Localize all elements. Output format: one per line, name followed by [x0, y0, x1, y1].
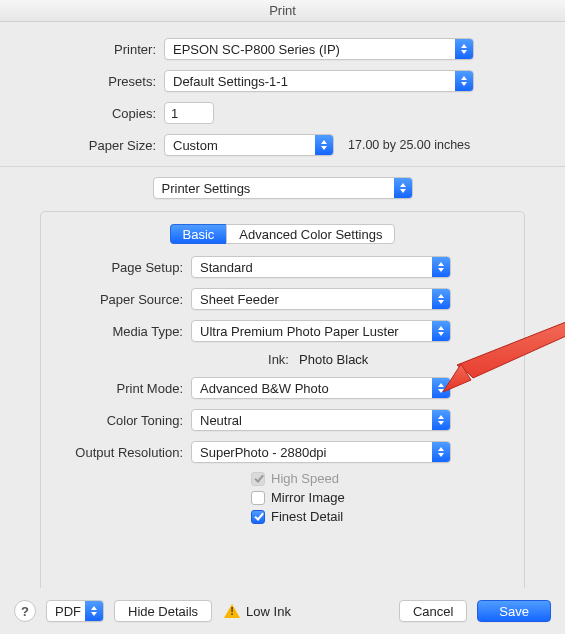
- paper-size-value: Custom: [165, 138, 315, 153]
- page-setup-value: Standard: [192, 260, 432, 275]
- dialog-footer: ? PDF Hide Details Low Ink Cancel Save: [0, 588, 565, 634]
- presets-select[interactable]: Default Settings-1-1: [164, 70, 474, 92]
- paper-size-hint: 17.00 by 25.00 inches: [348, 138, 470, 152]
- updown-icon: [315, 135, 333, 155]
- ink-label: Ink:: [245, 352, 299, 367]
- print-mode-label: Print Mode:: [51, 381, 191, 396]
- print-mode-value: Advanced B&W Photo: [192, 381, 432, 396]
- paper-size-select[interactable]: Custom: [164, 134, 334, 156]
- cancel-label: Cancel: [413, 604, 453, 619]
- high-speed-checkbox: [251, 472, 265, 486]
- media-type-label: Media Type:: [51, 324, 191, 339]
- updown-icon: [432, 321, 450, 341]
- paper-source-label: Paper Source:: [51, 292, 191, 307]
- media-type-select[interactable]: Ultra Premium Photo Paper Luster: [191, 320, 451, 342]
- copies-input[interactable]: 1: [164, 102, 214, 124]
- finest-detail-checkbox[interactable]: [251, 510, 265, 524]
- updown-icon: [432, 257, 450, 277]
- color-toning-value: Neutral: [192, 413, 432, 428]
- page-setup-select[interactable]: Standard: [191, 256, 451, 278]
- pdf-menu[interactable]: PDF: [46, 600, 104, 622]
- save-button[interactable]: Save: [477, 600, 551, 622]
- presets-value: Default Settings-1-1: [165, 74, 455, 89]
- page-setup-label: Page Setup:: [51, 260, 191, 275]
- updown-icon: [455, 39, 473, 59]
- color-toning-label: Color Toning:: [51, 413, 191, 428]
- updown-icon: [432, 442, 450, 462]
- settings-tabs: Basic Advanced Color Settings: [51, 224, 514, 244]
- color-toning-select[interactable]: Neutral: [191, 409, 451, 431]
- chevron-down-icon: [85, 601, 103, 621]
- section-select[interactable]: Printer Settings: [153, 177, 413, 199]
- updown-icon: [455, 71, 473, 91]
- warning-icon: [224, 604, 240, 618]
- ink-value: Photo Black: [299, 352, 368, 367]
- cancel-button[interactable]: Cancel: [399, 600, 467, 622]
- paper-size-label: Paper Size:: [24, 138, 164, 153]
- finest-detail-label: Finest Detail: [271, 509, 343, 524]
- dialog-content: Printer: EPSON SC-P800 Series (IP) Prese…: [0, 22, 565, 621]
- low-ink-label: Low Ink: [246, 604, 291, 619]
- divider: [0, 166, 565, 167]
- tab-advanced-color[interactable]: Advanced Color Settings: [226, 224, 395, 244]
- copies-value: 1: [171, 106, 178, 121]
- mirror-image-label: Mirror Image: [271, 490, 345, 505]
- help-button[interactable]: ?: [14, 600, 36, 622]
- printer-select[interactable]: EPSON SC-P800 Series (IP): [164, 38, 474, 60]
- pdf-label: PDF: [47, 604, 85, 619]
- tab-basic[interactable]: Basic: [170, 224, 227, 244]
- output-resolution-select[interactable]: SuperPhoto - 2880dpi: [191, 441, 451, 463]
- updown-icon: [432, 410, 450, 430]
- updown-icon: [432, 378, 450, 398]
- media-type-value: Ultra Premium Photo Paper Luster: [192, 324, 432, 339]
- updown-icon: [432, 289, 450, 309]
- printer-value: EPSON SC-P800 Series (IP): [165, 42, 455, 57]
- help-label: ?: [21, 604, 29, 619]
- output-resolution-value: SuperPhoto - 2880dpi: [192, 445, 432, 460]
- hide-details-button[interactable]: Hide Details: [114, 600, 212, 622]
- title-bar: Print: [0, 0, 565, 22]
- section-value: Printer Settings: [154, 181, 394, 196]
- print-mode-select[interactable]: Advanced B&W Photo: [191, 377, 451, 399]
- high-speed-label: High Speed: [271, 471, 339, 486]
- copies-label: Copies:: [24, 106, 164, 121]
- updown-icon: [394, 178, 412, 198]
- mirror-image-checkbox[interactable]: [251, 491, 265, 505]
- printer-label: Printer:: [24, 42, 164, 57]
- save-label: Save: [499, 604, 529, 619]
- paper-source-value: Sheet Feeder: [192, 292, 432, 307]
- paper-source-select[interactable]: Sheet Feeder: [191, 288, 451, 310]
- hide-details-label: Hide Details: [128, 604, 198, 619]
- presets-label: Presets:: [24, 74, 164, 89]
- output-resolution-label: Output Resolution:: [51, 445, 191, 460]
- printer-settings-panel: Basic Advanced Color Settings Page Setup…: [40, 211, 525, 621]
- window-title: Print: [269, 3, 296, 18]
